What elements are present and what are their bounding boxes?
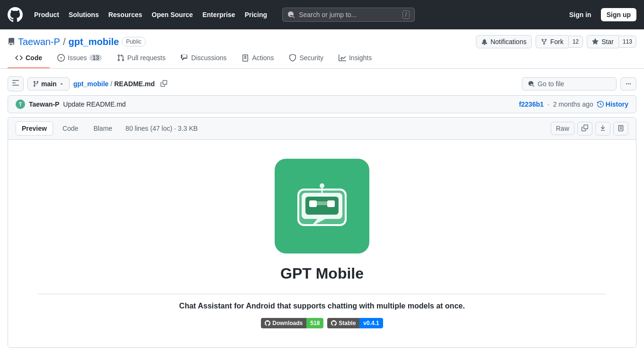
code-tab-button[interactable]: Code <box>57 122 84 135</box>
issue-icon <box>57 54 65 62</box>
chevron-down-icon <box>59 81 64 87</box>
bell-icon <box>481 38 488 45</box>
commit-dot: · <box>547 100 549 108</box>
readme-divider <box>38 294 606 294</box>
download-button[interactable] <box>595 122 610 136</box>
fork-icon <box>541 38 547 45</box>
more-options-button[interactable]: ··· <box>620 77 636 90</box>
nav-pricing[interactable]: Pricing <box>241 7 271 22</box>
commit-time: 2 months ago <box>553 100 593 108</box>
tab-insights[interactable]: Insights <box>331 48 379 68</box>
sign-in-button[interactable]: Sign in <box>564 8 597 21</box>
search-file-icon <box>528 81 535 87</box>
github-stable-icon <box>331 320 337 326</box>
breadcrumb-separator: / <box>110 80 112 88</box>
tab-code-label: Code <box>26 54 42 62</box>
branch-selector[interactable]: main <box>27 77 70 90</box>
downloads-badge-count: 518 <box>306 318 323 328</box>
tab-issues[interactable]: Issues 13 <box>50 48 109 68</box>
app-logo-icon <box>291 175 353 237</box>
sign-up-button[interactable]: Sign up <box>601 8 636 21</box>
file-meta: 80 lines (47 loc) · 3.3 KB <box>125 125 198 132</box>
github-logo-icon <box>8 7 23 22</box>
nav-solutions[interactable]: Solutions <box>65 7 103 22</box>
fork-count-button[interactable]: 12 <box>568 36 583 48</box>
copy-raw-button[interactable] <box>577 122 592 136</box>
file-header-bar: main gpt_mobile / README.md Go to file ·… <box>8 76 636 91</box>
copy-path-button[interactable] <box>159 78 169 90</box>
downloads-badge: Downloads 518 <box>261 318 323 328</box>
downloads-badge-label: Downloads <box>272 320 303 326</box>
repo-tabs: Code Issues 13 Pull requests Discussions… <box>0 48 644 69</box>
main-content: main gpt_mobile / README.md Go to file ·… <box>0 69 644 355</box>
github-logo[interactable] <box>8 7 23 22</box>
tab-pr-label: Pull requests <box>127 54 166 62</box>
copy-icon <box>161 80 167 87</box>
history-icon <box>597 101 604 108</box>
readme-content: GPT Mobile Chat Assistant for Android th… <box>8 140 636 347</box>
repo-actions: Notifications Fork 12 Star 113 <box>476 35 636 48</box>
stable-badge-version: v0.4.1 <box>359 318 383 328</box>
file-action-buttons: Raw <box>551 122 628 136</box>
history-button[interactable]: History <box>597 100 628 108</box>
stable-badge-label: Stable <box>339 320 356 326</box>
copy-raw-icon <box>581 125 588 131</box>
fork-button-group: Fork 12 <box>536 35 583 48</box>
tab-issues-label: Issues <box>68 54 87 62</box>
app-icon-container <box>275 159 369 253</box>
nav-product[interactable]: Product <box>30 7 63 22</box>
outline-button[interactable] <box>613 122 628 136</box>
commit-message: Update README.md <box>63 100 125 108</box>
tab-security[interactable]: Security <box>281 48 331 68</box>
tab-insights-label: Insights <box>349 54 372 62</box>
tab-actions[interactable]: Actions <box>234 48 281 68</box>
tab-pull-requests[interactable]: Pull requests <box>109 48 173 68</box>
preview-tab-button[interactable]: Preview <box>16 121 53 136</box>
raw-button[interactable]: Raw <box>551 122 574 135</box>
nav-links: Product Solutions Resources Open Source … <box>30 7 271 22</box>
fork-label: Fork <box>550 38 564 45</box>
readme-title: GPT Mobile <box>280 265 364 282</box>
navbar-auth: Sign in Sign up <box>564 8 636 21</box>
search-shortcut-key: / <box>402 10 410 19</box>
pr-icon <box>117 54 125 62</box>
history-label: History <box>606 100 628 108</box>
nav-enterprise[interactable]: Enterprise <box>198 7 239 22</box>
readme-description: Chat Assistant for Android that supports… <box>179 302 465 310</box>
actions-icon <box>242 54 249 62</box>
repo-owner-link[interactable]: Taewan-P <box>18 36 60 47</box>
discussions-icon <box>181 54 188 62</box>
star-count-button[interactable]: 113 <box>618 36 636 48</box>
tab-discussions[interactable]: Discussions <box>173 48 234 68</box>
navbar: Product Solutions Resources Open Source … <box>0 0 644 29</box>
outline-icon <box>617 125 624 131</box>
repo-public-badge: Public <box>122 37 146 46</box>
go-to-file-container[interactable]: Go to file <box>522 77 617 90</box>
tab-discussions-label: Discussions <box>191 54 227 62</box>
commit-right: f2236b1 · 2 months ago History <box>519 100 628 108</box>
commit-sha[interactable]: f2236b1 <box>519 100 544 108</box>
star-button[interactable]: Star <box>587 35 618 48</box>
file-view-header: Preview Code Blame 80 lines (47 loc) · 3… <box>8 118 636 140</box>
search-box[interactable]: Search or jump to... / <box>282 8 415 22</box>
nav-open-source[interactable]: Open Source <box>148 7 197 22</box>
sidebar-icon <box>12 79 19 87</box>
download-icon <box>599 125 606 131</box>
star-label: Star <box>601 38 614 45</box>
sidebar-toggle-button[interactable] <box>8 76 24 91</box>
commit-avatar: T <box>16 100 25 109</box>
search-container[interactable]: Search or jump to... / <box>282 8 415 22</box>
tab-code[interactable]: Code <box>8 48 50 68</box>
breadcrumb-repo-link[interactable]: gpt_mobile <box>73 80 109 88</box>
file-view: Preview Code Blame 80 lines (47 loc) · 3… <box>8 117 636 348</box>
star-icon <box>592 38 599 45</box>
notifications-label: Notifications <box>491 38 527 45</box>
repo-name-link[interactable]: gpt_mobile <box>69 36 119 47</box>
fork-button[interactable]: Fork <box>536 35 568 48</box>
nav-resources[interactable]: Resources <box>105 7 146 22</box>
notifications-button[interactable]: Notifications <box>476 35 532 48</box>
blame-tab-button[interactable]: Blame <box>88 122 118 135</box>
commit-author[interactable]: Taewan-P <box>29 100 59 108</box>
svg-point-6 <box>320 183 324 188</box>
stable-badge-left: Stable <box>327 318 359 328</box>
